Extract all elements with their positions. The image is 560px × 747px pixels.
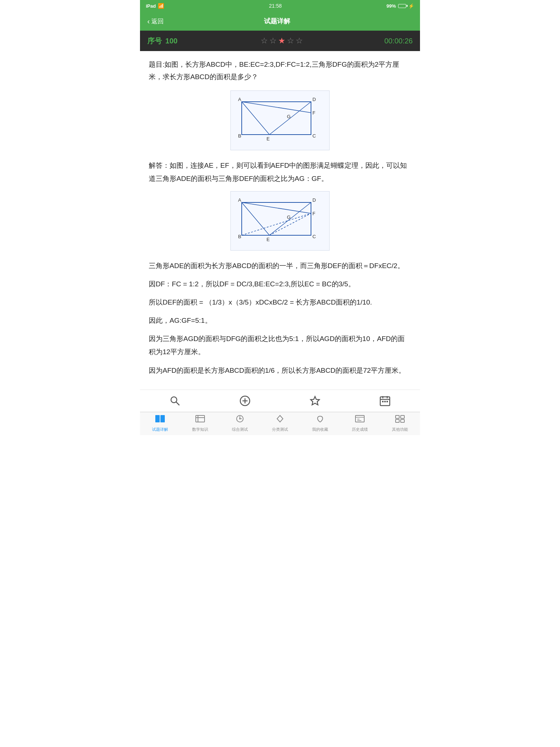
- answer-step-5: 因为三角形AGD的面积与DFG的面积之比也为5:1，所以AGD的面积为10，AF…: [149, 332, 411, 359]
- tab-other[interactable]: 其他功能: [380, 414, 420, 432]
- svg-line-19: [242, 202, 311, 213]
- search-icon: [169, 395, 181, 407]
- plus-circle-icon: [239, 395, 251, 407]
- battery-percent: 99%: [386, 3, 396, 9]
- svg-line-22: [242, 213, 311, 235]
- status-left: iPad 📶: [146, 3, 164, 9]
- tab-category-test-label: 分类测试: [272, 427, 288, 432]
- back-chevron-icon: ‹: [147, 17, 150, 26]
- diagram-1: A D C B E F G: [230, 90, 330, 150]
- answer-step-6: 因为AFD的面积是长方形ABCD面积的1/6，所以长方形ABCD的面积是72平方…: [149, 364, 411, 377]
- svg-rect-38: [160, 415, 165, 422]
- wifi-icon: 📶: [158, 3, 164, 9]
- svg-text:D: D: [312, 97, 316, 102]
- svg-rect-51: [401, 415, 404, 418]
- tab-exam-detail-label: 试题详解: [152, 427, 168, 432]
- tab-exam-detail-icon: [155, 414, 165, 425]
- svg-rect-35: [384, 401, 386, 402]
- tab-my-favorites-label: 我的收藏: [312, 427, 328, 432]
- question-text: 题目:如图，长方形ABCD中，BE:EC=2:3,DF:FC=1:2,三角形DF…: [149, 58, 411, 83]
- svg-line-18: [242, 202, 269, 235]
- diagram-2: A D C B E F G: [230, 191, 330, 251]
- tab-category-test[interactable]: 分类测试: [260, 414, 300, 432]
- tab-my-favorites[interactable]: 我的收藏: [300, 414, 340, 432]
- tab-comprehensive-test[interactable]: 综合测试: [220, 414, 260, 432]
- search-button[interactable]: [169, 395, 181, 407]
- status-bar: iPad 📶 21:58 99% ⚡: [140, 0, 420, 12]
- diagram-2-container: A D C B E F G: [149, 191, 411, 251]
- svg-text:F: F: [312, 211, 315, 216]
- tab-history-icon: [355, 414, 365, 425]
- svg-text:C: C: [312, 133, 316, 139]
- tab-my-favorites-icon: [315, 414, 325, 425]
- nav-bar: ‹ 返回 试题详解: [140, 12, 420, 31]
- question-number-value: 100: [166, 37, 178, 45]
- battery-icon: [398, 4, 406, 8]
- svg-rect-11: [242, 202, 311, 235]
- answer-step-1: 三角形ADE的面积为长方形ABCD的面积的一半，而三角形DEF的面积＝DFxEC…: [149, 259, 411, 272]
- device-label: iPad: [146, 3, 156, 9]
- content-area: 题目:如图，长方形ABCD中，BE:EC=2:3,DF:FC=1:2,三角形DF…: [140, 51, 420, 390]
- svg-rect-52: [396, 419, 399, 422]
- star-2[interactable]: ☆: [269, 36, 277, 46]
- svg-text:E: E: [267, 136, 270, 142]
- tab-math-knowledge-icon: [195, 414, 205, 425]
- star-5[interactable]: ☆: [296, 36, 303, 46]
- svg-rect-36: [386, 401, 388, 402]
- svg-text:C: C: [312, 234, 316, 239]
- question-number: 序号 100: [147, 36, 179, 46]
- favorite-button[interactable]: [309, 395, 321, 407]
- svg-line-25: [176, 402, 179, 405]
- timer: 00:00:26: [384, 37, 413, 45]
- star-1[interactable]: ☆: [261, 36, 268, 46]
- svg-text:D: D: [312, 197, 316, 203]
- tab-math-knowledge-label: 数学知识: [192, 427, 208, 432]
- tab-exam-detail[interactable]: 试题详解: [140, 414, 180, 432]
- star-icon: [309, 395, 321, 407]
- svg-rect-39: [196, 415, 205, 422]
- calendar-button[interactable]: [379, 395, 391, 407]
- nav-title: 试题详解: [264, 17, 290, 26]
- add-button[interactable]: [239, 395, 251, 407]
- svg-rect-34: [382, 401, 384, 402]
- svg-text:B: B: [238, 234, 241, 239]
- calendar-icon: [379, 395, 391, 407]
- action-bar: [140, 390, 420, 412]
- question-header: 序号 100 ☆ ☆ ★ ☆ ☆ 00:00:26: [140, 31, 420, 51]
- diagram-2-svg: A D C B E F G: [234, 195, 326, 243]
- svg-text:E: E: [267, 237, 270, 242]
- svg-rect-46: [355, 415, 364, 422]
- tab-other-label: 其他功能: [392, 427, 408, 432]
- tab-comprehensive-test-icon: [235, 414, 245, 425]
- svg-text:A: A: [238, 97, 241, 102]
- star-3[interactable]: ★: [278, 36, 285, 46]
- tab-math-knowledge[interactable]: 数学知识: [180, 414, 220, 432]
- svg-rect-37: [155, 415, 160, 422]
- diagram-1-container: A D C B E F G: [149, 90, 411, 150]
- tab-history[interactable]: 历史成绩: [340, 414, 380, 432]
- tab-history-label: 历史成绩: [352, 427, 368, 432]
- star-4[interactable]: ☆: [287, 36, 294, 46]
- diagram-1-svg: A D C B E F G: [234, 94, 326, 142]
- back-button[interactable]: ‹ 返回: [147, 17, 164, 26]
- svg-marker-29: [311, 396, 319, 405]
- svg-text:G: G: [287, 114, 291, 119]
- status-right: 99% ⚡: [386, 3, 414, 9]
- answer-step-4: 因此，AG:GF=5:1。: [149, 314, 411, 327]
- answer-step-2: 因DF：FC = 1:2，所以DF = DC/3,BE:EC=2:3,所以EC …: [149, 278, 411, 291]
- svg-line-8: [242, 102, 311, 113]
- svg-rect-50: [396, 415, 399, 418]
- tab-category-test-icon: [275, 414, 285, 425]
- svg-point-24: [171, 397, 177, 403]
- svg-text:F: F: [312, 110, 315, 116]
- star-rating[interactable]: ☆ ☆ ★ ☆ ☆: [261, 36, 303, 46]
- svg-text:G: G: [287, 214, 291, 220]
- svg-rect-53: [401, 419, 404, 422]
- answer-intro: 解答：如图，连接AE，EF，则可以看到AEFD中的图形满足蝴蝶定理，因此，可以知…: [149, 159, 411, 185]
- tab-bar: 试题详解 数学知识 综合测试 分类: [140, 412, 420, 435]
- svg-rect-0: [242, 102, 311, 135]
- charging-icon: ⚡: [408, 3, 414, 9]
- question-prefix: 序号: [147, 37, 162, 45]
- tab-other-icon: [395, 414, 405, 425]
- answer-step-3: 所以DEF的面积 = （1/3）x（3/5）xDCxBC/2 = 长方形ABCD…: [149, 296, 411, 309]
